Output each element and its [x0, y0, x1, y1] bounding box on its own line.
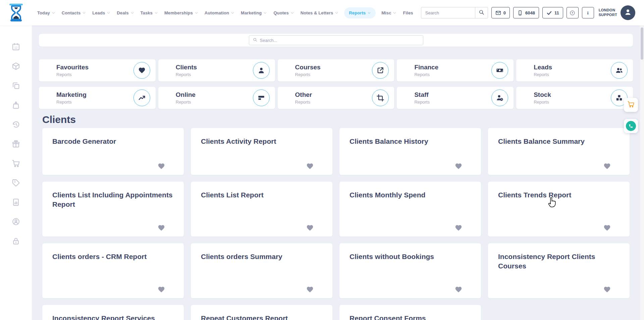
report-card-barcode-generator[interactable]: Barcode Generator — [42, 128, 184, 175]
reports-search-band — [39, 34, 633, 47]
report-card-clients-without-bookings[interactable]: Clients without Bookings — [339, 243, 481, 298]
search-icon — [253, 37, 257, 43]
floating-cart-button[interactable] — [624, 98, 638, 112]
nav-item-tasks[interactable]: Tasks — [140, 7, 159, 18]
favourite-heart-icon[interactable] — [603, 224, 611, 232]
nav-item-today[interactable]: Today — [37, 7, 56, 18]
bag-icon — [12, 101, 20, 109]
nav-item-misc[interactable]: Misc — [381, 7, 397, 18]
info-button[interactable]: i — [582, 7, 594, 18]
favourite-heart-icon[interactable] — [455, 163, 462, 170]
report-card-clients-list-report[interactable]: Clients List Report — [191, 182, 332, 237]
favourite-heart-icon[interactable] — [306, 286, 314, 293]
nav-item-files[interactable]: Files — [402, 7, 414, 18]
favourite-heart-icon[interactable] — [455, 286, 462, 293]
nav-item-label: Today — [37, 10, 50, 15]
report-card-repeat-customers-report[interactable]: Repeat Customers Report — [191, 305, 332, 320]
check-counter-button[interactable]: 11 — [542, 7, 563, 18]
report-card-clients-balance-history[interactable]: Clients Balance History — [339, 128, 481, 175]
category-card-staff[interactable]: StaffReports — [397, 87, 514, 109]
sidebar-item-bag[interactable] — [8, 95, 24, 115]
report-card-clients-monthly-spend[interactable]: Clients Monthly Spend — [339, 182, 481, 237]
favourite-heart-icon[interactable] — [158, 224, 165, 232]
chevron-down-icon — [367, 11, 371, 15]
scrollbar-thumb[interactable] — [641, 27, 643, 60]
category-card-marketing[interactable]: MarketingReports — [39, 87, 156, 109]
sidebar-item-package[interactable] — [8, 56, 24, 76]
category-title: Favourites — [56, 64, 89, 71]
nav-item-leads[interactable]: Leads — [92, 7, 111, 18]
sidebar-item-user-circle[interactable] — [8, 212, 24, 231]
user-avatar-icon — [624, 8, 632, 18]
nav-item-marketing[interactable]: Marketing — [240, 7, 268, 18]
nav-item-contacts[interactable]: Contacts — [61, 7, 87, 18]
credit-card-icon — [253, 89, 270, 106]
sidebar-item-price-tag[interactable]: $ — [8, 173, 24, 192]
nav-item-memberships[interactable]: Memberships — [164, 7, 199, 18]
report-card-report-consent-forms[interactable]: Report Consent Forms — [339, 305, 481, 320]
nav-item-quotes[interactable]: Quotes — [273, 7, 294, 18]
hourglass-logo-icon — [8, 3, 24, 22]
favourite-heart-icon[interactable] — [455, 224, 462, 232]
mobile-counter-button[interactable]: 6048 — [513, 7, 539, 18]
package-icon — [12, 62, 20, 70]
category-card-finance[interactable]: FinanceReports — [397, 59, 514, 81]
category-text: FinanceReports — [414, 64, 438, 77]
help-button[interactable]: ? — [567, 7, 579, 18]
chevron-down-icon — [231, 11, 234, 15]
sidebar-item-copy[interactable] — [8, 76, 24, 95]
favourite-heart-icon[interactable] — [603, 286, 611, 293]
nav-item-reports[interactable]: Reports — [344, 7, 376, 18]
nav-item-automation[interactable]: Automation — [204, 7, 235, 18]
sidebar-item-report[interactable] — [8, 192, 24, 212]
report-card-clients-orders-summary[interactable]: Clients orders Summary — [191, 243, 332, 298]
nav-item-deals[interactable]: Deals — [116, 7, 135, 18]
crop-icon — [372, 89, 389, 106]
floating-whatsapp-button[interactable] — [624, 119, 638, 133]
sidebar: 12$ — [0, 25, 32, 320]
sidebar-item-history[interactable] — [8, 115, 24, 134]
report-card-clients-orders-crm-report[interactable]: Clients orders - CRM Report — [42, 243, 184, 298]
category-card-clients[interactable]: ClientsReports — [158, 59, 275, 81]
category-card-leads[interactable]: LeadsReports — [516, 59, 633, 81]
report-card-inconsistency-report-clients-courses[interactable]: Inconsistency Report Clients Courses — [488, 243, 630, 298]
nav-item-label: Deals — [117, 10, 128, 15]
favourite-heart-icon[interactable] — [306, 224, 314, 232]
category-subtitle: Reports — [176, 100, 196, 105]
nav-item-notes-letters[interactable]: Notes & Letters — [300, 7, 339, 18]
favourite-heart-icon[interactable] — [158, 286, 165, 293]
info-icon: i — [585, 10, 591, 16]
envelope-counter-button[interactable]: 0 — [491, 7, 510, 18]
app-logo[interactable] — [0, 3, 32, 22]
header-search-button[interactable] — [475, 7, 488, 18]
report-card-clients-balance-summary[interactable]: Clients Balance Summary — [488, 128, 630, 175]
nav-item-label: Quotes — [273, 10, 288, 15]
header-search-input[interactable] — [421, 10, 475, 15]
category-card-other[interactable]: OtherReports — [278, 87, 394, 109]
category-subtitle: Reports — [534, 72, 552, 77]
sidebar-item-calendar[interactable]: 12 — [8, 37, 24, 56]
category-text: FavouritesReports — [56, 64, 89, 77]
category-card-favourites[interactable]: FavouritesReports — [39, 59, 156, 81]
sidebar-item-cart[interactable] — [8, 153, 24, 173]
category-card-stock[interactable]: StockReports — [516, 87, 633, 109]
chevron-down-icon — [290, 11, 294, 15]
sidebar-item-gift[interactable] — [8, 134, 24, 153]
nav-item-label: Automation — [205, 10, 229, 15]
reports-search — [249, 35, 423, 45]
category-card-courses[interactable]: CoursesReports — [278, 59, 394, 81]
avatar[interactable] — [621, 5, 635, 20]
report-card-inconsistency-report-services[interactable]: Inconsistency Report Services — [42, 305, 184, 320]
report-card-clients-trends-report[interactable]: Clients Trends Report — [488, 182, 630, 237]
report-title: Clients Balance History — [350, 137, 471, 146]
report-title: Report Consent Forms — [350, 314, 471, 320]
report-card-clients-list-including-appointments-report[interactable]: Clients List Including Appointments Repo… — [42, 182, 184, 237]
favourite-heart-icon[interactable] — [158, 163, 165, 170]
report-title: Clients Trends Report — [498, 190, 620, 200]
category-card-online[interactable]: OnlineReports — [158, 87, 275, 109]
sidebar-item-lock[interactable] — [8, 231, 24, 251]
favourite-heart-icon[interactable] — [603, 163, 611, 170]
favourite-heart-icon[interactable] — [306, 163, 314, 170]
report-card-clients-activity-report[interactable]: Clients Activity Report — [191, 128, 332, 175]
reports-search-input[interactable] — [260, 38, 419, 43]
